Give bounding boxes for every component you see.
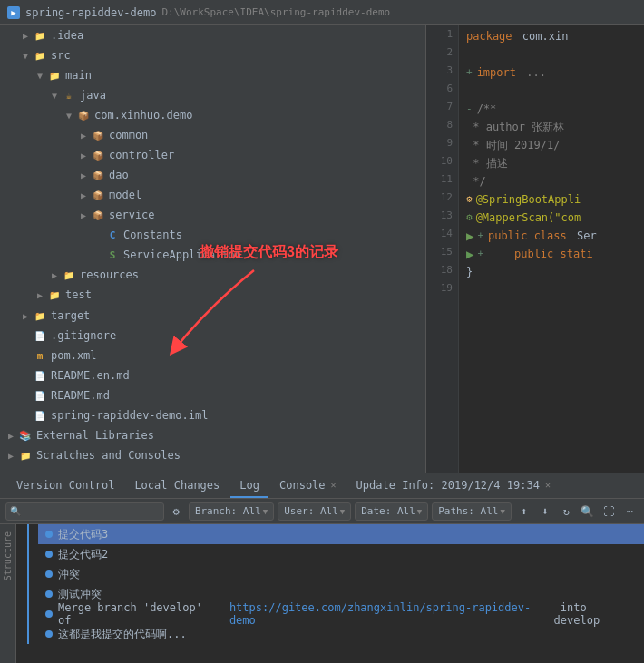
- commit-dot-6: [45, 630, 53, 638]
- sidebar-item-constants[interactable]: ▶ C Constants: [0, 225, 425, 245]
- commit-dot-1: [45, 531, 53, 538]
- commit-text-2: 提交代码2: [58, 547, 108, 562]
- expand-icon[interactable]: ⛶: [600, 502, 617, 521]
- project-sidebar: ▶ 📁 .idea ▼ 📁 src ▼ 📁 main ▼ ☕ java: [0, 25, 426, 473]
- sidebar-item-model[interactable]: ▶ 📦 model: [0, 185, 425, 205]
- sidebar-item-serviceapplication[interactable]: ▶ S ServiceApplication: [0, 245, 425, 265]
- commit-item-5[interactable]: Merge branch 'develop' of https://gitee.…: [38, 604, 644, 624]
- structure-tab[interactable]: Structure: [2, 528, 14, 584]
- branch-filter[interactable]: Branch: All ▼: [189, 502, 274, 521]
- commit-text-3: 沖突: [58, 567, 80, 582]
- user-filter[interactable]: User: All ▼: [278, 502, 351, 521]
- left-side-tabs: Structure: [0, 524, 16, 663]
- sidebar-item-target[interactable]: ▶ 📁 target: [0, 306, 425, 326]
- sidebar-item-iml[interactable]: ▶ 📄 spring-rapiddev-demo.iml: [0, 405, 425, 425]
- tab-console[interactable]: Console ✕: [270, 474, 346, 498]
- sidebar-item-scratches[interactable]: ▶ 📁 Scratches and Consoles: [0, 445, 425, 465]
- sidebar-item-external-libraries[interactable]: ▶ 📚 External Libraries: [0, 425, 425, 445]
- tab-version-control[interactable]: Version Control: [7, 474, 123, 498]
- commit-link-5[interactable]: https://gitee.com/zhangxinlin/spring-rap…: [229, 601, 549, 627]
- sidebar-item-readme-en[interactable]: ▶ 📄 README.en.md: [0, 366, 425, 385]
- commit-text-1: 提交代码3: [58, 527, 108, 542]
- commit-text-4: 测试冲突: [58, 587, 102, 602]
- sidebar-item-idea[interactable]: ▶ 📁 .idea: [0, 25, 425, 45]
- title-bar: ▶ spring-rapiddev-demo D:\WorkSpace\IDEA…: [0, 0, 644, 25]
- close-console-button[interactable]: ✕: [331, 480, 337, 490]
- settings-icon[interactable]: ⚙: [168, 502, 185, 521]
- more-icon[interactable]: ⋯: [621, 502, 639, 521]
- sidebar-item-pomxml[interactable]: ▶ m pom.xml: [0, 346, 425, 366]
- line-numbers: 1 2 3 6 7 8 9 10 11 12 13 14 15 18 19: [426, 25, 459, 473]
- sidebar-item-dao[interactable]: ▶ 📦 dao: [0, 165, 425, 185]
- commit-item-3[interactable]: 沖突: [38, 564, 644, 584]
- commit-dot-5: [45, 610, 53, 618]
- sidebar-item-gitignore[interactable]: ▶ 📄 .gitignore: [0, 326, 425, 346]
- tab-log[interactable]: Log: [230, 474, 268, 498]
- sidebar-item-test[interactable]: ▶ 📁 test: [0, 285, 425, 305]
- commit-dot-2: [45, 551, 53, 558]
- date-filter[interactable]: Date: All ▼: [355, 502, 428, 521]
- sidebar-item-src[interactable]: ▼ 📁 src: [0, 45, 425, 65]
- sidebar-item-pkg[interactable]: ▼ 📦 com.xinhuo.demo: [0, 105, 425, 125]
- code-lines: package com.xin + import ... - /** * aut…: [459, 25, 644, 473]
- refresh-icon[interactable]: ↻: [558, 502, 575, 521]
- commit-text-5-prefix: Merge branch 'develop' of: [58, 601, 224, 627]
- commit-item-6[interactable]: 这都是我提交的代码啊...: [38, 624, 644, 644]
- commit-dot-4: [45, 590, 53, 598]
- search-icon: 🔍: [10, 506, 21, 516]
- commit-item-1[interactable]: 提交代码3: [38, 524, 644, 544]
- code-editor: 1 2 3 6 7 8 9 10 11 12 13 14 15 18 19 pa…: [426, 25, 644, 473]
- sidebar-item-java[interactable]: ▼ ☕ java: [0, 85, 425, 105]
- log-search-box[interactable]: 🔍: [5, 502, 164, 521]
- close-update-info-button[interactable]: ✕: [545, 480, 551, 490]
- push-icon[interactable]: ⬆: [515, 502, 532, 521]
- bottom-panel: Version Control Local Changes Log Consol…: [0, 473, 644, 663]
- search-icon-2[interactable]: 🔍: [579, 502, 596, 521]
- pull-icon[interactable]: ⬇: [536, 502, 553, 521]
- commit-log: 提交代码3 提交代码2 沖突 测试冲突: [16, 524, 644, 663]
- sidebar-item-readme[interactable]: ▶ 📄 README.md: [0, 385, 425, 405]
- commit-text-6: 这都是我提交的代码啊...: [58, 627, 187, 642]
- main-area: ▶ 📁 .idea ▼ 📁 src ▼ 📁 main ▼ ☕ java: [0, 25, 644, 473]
- bottom-tabs: Version Control Local Changes Log Consol…: [0, 473, 644, 499]
- sidebar-item-main[interactable]: ▼ 📁 main: [0, 65, 425, 85]
- log-toolbar: 🔍 ⚙ Branch: All ▼ User: All ▼ Date: All …: [0, 499, 644, 524]
- sidebar-item-controller[interactable]: ▶ 📦 controller: [0, 145, 425, 165]
- sidebar-item-resources[interactable]: ▶ 📁 resources: [0, 265, 425, 285]
- commit-dot-3: [45, 570, 53, 578]
- sidebar-item-common[interactable]: ▶ 📦 common: [0, 125, 425, 145]
- commit-item-2[interactable]: 提交代码2: [38, 544, 644, 564]
- project-name: spring-rapiddev-demo: [25, 6, 157, 19]
- project-path: D:\WorkSpace\IDEA\spring-rapiddev-demo: [162, 6, 391, 18]
- app-icon: ▶: [7, 6, 20, 19]
- paths-filter[interactable]: Paths: All ▼: [432, 502, 512, 521]
- tab-update-info[interactable]: Update Info: 2019/12/4 19:34 ✕: [347, 474, 560, 498]
- tab-local-changes[interactable]: Local Changes: [125, 474, 229, 498]
- sidebar-item-service[interactable]: ▶ 📦 service: [0, 205, 425, 225]
